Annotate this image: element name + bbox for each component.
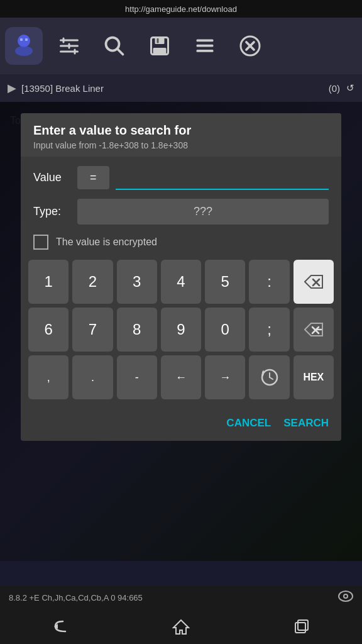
svg-rect-14: [153, 48, 167, 55]
list-icon-button[interactable]: [184, 25, 226, 67]
value-input[interactable]: [116, 165, 329, 190]
play-icon: ▶: [8, 81, 16, 95]
toolbar: [0, 18, 362, 74]
key-hex[interactable]: HEX: [293, 355, 334, 399]
key-backspace[interactable]: [293, 260, 334, 304]
key-comma[interactable]: ,: [28, 355, 69, 399]
key-arrow-right[interactable]: →: [205, 355, 245, 399]
svg-point-0: [18, 35, 30, 47]
svg-marker-33: [173, 620, 189, 634]
key-history[interactable]: [249, 355, 289, 399]
type-row: Type: ???: [21, 196, 341, 232]
svg-rect-2: [20, 38, 23, 41]
type-label: Type:: [33, 205, 71, 218]
svg-point-1: [15, 46, 33, 56]
eye-icon[interactable]: [338, 591, 353, 605]
key-9[interactable]: 9: [161, 308, 201, 352]
key-2[interactable]: 2: [72, 260, 112, 304]
keypad: 1 2 3 4 5 : 6 7 8 9: [21, 257, 341, 411]
svg-rect-7: [63, 38, 65, 43]
svg-rect-3: [25, 38, 28, 41]
key-5[interactable]: 5: [205, 260, 245, 304]
bottom-status-bar: 8.8.2 +E Ch,Jh,Ca,Cd,Cb,A 0 94:665: [0, 586, 362, 609]
key-backspace-word[interactable]: [293, 308, 334, 352]
game-counter: (0): [329, 83, 340, 94]
recents-button[interactable]: [277, 611, 327, 641]
dialog-header: Enter a value to search for Input value …: [21, 113, 341, 157]
status-bar: http://gameguide.net/download: [0, 0, 362, 18]
search-icon-button[interactable]: [93, 25, 136, 67]
dialog-title: Enter a value to search for: [33, 123, 329, 138]
key-4[interactable]: 4: [161, 260, 201, 304]
cancel-button[interactable]: CANCEL: [226, 417, 271, 430]
home-button[interactable]: [156, 611, 206, 641]
key-6[interactable]: 6: [28, 308, 69, 352]
svg-rect-34: [295, 623, 305, 633]
svg-rect-35: [298, 620, 308, 630]
search-dialog: Enter a value to search for Input value …: [21, 113, 341, 441]
svg-rect-18: [197, 50, 214, 52]
save-icon-button[interactable]: [138, 25, 181, 67]
key-minus[interactable]: -: [117, 355, 157, 399]
svg-rect-13: [155, 38, 165, 45]
equals-button[interactable]: =: [77, 166, 109, 189]
back-button[interactable]: [35, 611, 85, 641]
app-icon: [5, 27, 43, 65]
game-bar: ▶ [13950] Break Liner (0) ↺: [0, 74, 362, 102]
modal-overlay: Enter a value to search for Input value …: [0, 102, 362, 561]
dialog-actions: CANCEL SEARCH: [21, 411, 341, 441]
key-arrow-left[interactable]: ←: [161, 355, 201, 399]
key-0[interactable]: 0: [205, 308, 245, 352]
key-colon[interactable]: :: [249, 260, 289, 304]
svg-rect-17: [197, 45, 214, 47]
key-8[interactable]: 8: [117, 308, 157, 352]
svg-rect-16: [197, 40, 214, 42]
svg-line-11: [118, 49, 123, 54]
svg-point-31: [344, 595, 347, 597]
key-dot[interactable]: .: [72, 355, 112, 399]
keypad-row-3: , . - ← → HEX: [28, 355, 334, 399]
key-1[interactable]: 1: [28, 260, 69, 304]
keypad-row-2: 6 7 8 9 0 ;: [28, 308, 334, 352]
close-icon-button[interactable]: [229, 25, 272, 67]
key-7[interactable]: 7: [72, 308, 112, 352]
game-title: [13950] Break Liner: [21, 83, 104, 94]
encrypted-row: The value is encrypted: [21, 232, 341, 257]
value-label: Value: [33, 171, 71, 184]
search-button[interactable]: SEARCH: [283, 417, 329, 430]
svg-rect-9: [74, 49, 76, 55]
keypad-row-1: 1 2 3 4 5 :: [28, 260, 334, 304]
dialog-subtitle: Input value from -1.8e+308 to 1.8e+308: [33, 140, 329, 150]
url-text: http://gameguide.net/download: [125, 4, 237, 14]
navigation-bar: [0, 609, 362, 644]
game-bar-left: ▶ [13950] Break Liner: [8, 81, 104, 95]
key-3[interactable]: 3: [117, 260, 157, 304]
bottom-status-text: 8.8.2 +E Ch,Jh,Ca,Cd,Cb,A 0 94:665: [9, 593, 143, 602]
encrypted-checkbox[interactable]: [33, 235, 48, 250]
sliders-icon-button[interactable]: [48, 25, 90, 67]
encrypted-label: The value is encrypted: [56, 236, 157, 248]
refresh-icon[interactable]: ↺: [346, 82, 354, 94]
value-row: Value =: [21, 157, 341, 196]
type-select[interactable]: ???: [77, 199, 329, 225]
key-semicolon[interactable]: ;: [249, 308, 289, 352]
svg-rect-15: [157, 38, 159, 43]
svg-rect-8: [69, 43, 70, 49]
game-bar-right: (0) ↺: [329, 82, 354, 94]
